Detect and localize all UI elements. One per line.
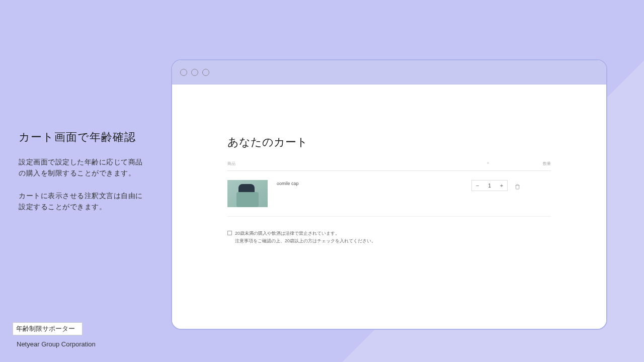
browser-header [172,60,606,84]
age-checkbox[interactable] [227,231,232,235]
product-badge: 年齢制限サポーター [13,322,83,335]
qty-increase-button[interactable]: + [496,180,507,191]
trash-icon [515,184,520,190]
window-control-maximize[interactable] [202,69,209,76]
age-text: 20歳未満の購入や飲酒は法律で禁止されています。 注意事項をご確認の上、20歳以… [235,230,376,245]
company-name: Netyear Group Corporation [17,340,96,348]
cart-header-row: 商品 ＊ 数量 [227,161,551,171]
qty-decrease-button[interactable]: − [472,180,483,191]
delete-button[interactable] [515,183,521,189]
col-product-header: 商品 [227,161,455,166]
age-verification-notice: 20歳未満の購入や飲酒は法律で禁止されています。 注意事項をご確認の上、20歳以… [227,230,551,245]
col-qty-header: ＊ [455,161,521,166]
qty-box: − 1 + [471,180,508,191]
footer-area: 年齢制限サポーター Netyear Group Corporation [13,322,96,348]
left-desc-2: カートに表示させる注釈文言は自由に設定することができます。 [19,191,149,212]
window-control-minimize[interactable] [191,69,198,76]
age-line-2: 注意事項をご確認の上、20歳以上の方はチェックを入れてください。 [235,238,376,243]
col-total-header: 数量 [521,161,551,166]
left-title: カート画面で年齢確認 [19,130,149,145]
left-desc-1: 設定画面で設定した年齢に応じて商品の購入を制限することができます。 [19,157,149,178]
cart-item-row: oomile cap − 1 + [227,171,551,217]
window-control-close[interactable] [180,69,187,76]
cart-area: あなたのカート 商品 ＊ 数量 oomile cap − 1 + [172,84,606,245]
left-panel: カート画面で年齢確認 設定画面で設定した年齢に応じて商品の購入を制限することがで… [19,130,149,224]
cart-title: あなたのカート [227,135,551,150]
qty-controls: − 1 + [471,180,521,191]
browser-window: あなたのカート 商品 ＊ 数量 oomile cap − 1 + [171,59,607,330]
age-line-1: 20歳未満の購入や飲酒は法律で禁止されています。 [235,231,340,236]
qty-value: 1 [483,183,496,189]
product-name[interactable]: oomile cap [277,181,471,186]
browser-content: あなたのカート 商品 ＊ 数量 oomile cap − 1 + [172,84,606,329]
product-image[interactable] [227,180,268,207]
